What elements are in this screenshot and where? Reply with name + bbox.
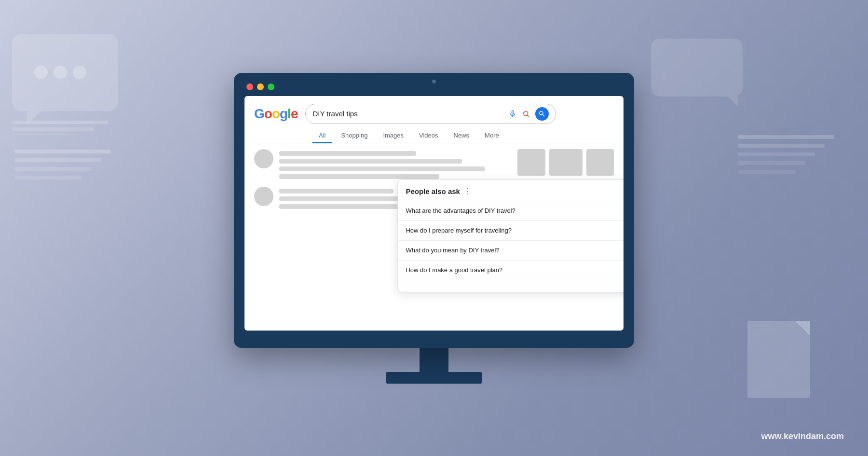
skeleton-line: [279, 189, 393, 193]
svg-rect-7: [12, 134, 80, 135]
chat-bubble-left-icon: [7, 29, 133, 135]
nav-tab-videos[interactable]: Videos: [412, 128, 445, 143]
paa-item-4[interactable]: How do I make a good travel plan? ⌄: [398, 260, 624, 280]
svg-point-1: [34, 66, 48, 79]
watermark: www.kevindam.com: [761, 431, 844, 442]
skeleton-result-1: [254, 149, 508, 179]
svg-rect-15: [738, 144, 825, 148]
paper-corner-icon: [747, 321, 820, 408]
nav-tab-images[interactable]: Images: [376, 128, 410, 143]
paa-question-2: How do I prepare myself for traveling?: [406, 227, 512, 234]
skeleton-lines-1: [279, 149, 508, 179]
google-logo: Google: [254, 106, 298, 122]
svg-marker-13: [728, 97, 738, 106]
monitor-wrapper: Google DIY travel tips: [234, 73, 634, 384]
svg-point-3: [73, 66, 86, 79]
skeleton-image-2: [549, 149, 583, 176]
svg-point-23: [524, 112, 526, 113]
search-button[interactable]: [535, 107, 549, 121]
nav-tab-more[interactable]: More: [478, 128, 506, 143]
nav-tab-shopping[interactable]: Shopping: [334, 128, 374, 143]
svg-rect-14: [738, 135, 834, 139]
svg-rect-18: [738, 170, 796, 174]
paa-question-4: How do I make a good travel plan?: [406, 266, 502, 274]
chat-bubble-right-icon: [651, 39, 747, 106]
lens-icon[interactable]: [522, 110, 530, 118]
monitor-camera: [432, 80, 436, 83]
svg-rect-19: [747, 321, 810, 398]
monitor-stand-neck: [420, 348, 448, 372]
paa-item-2[interactable]: How do I prepare myself for traveling? ⌄: [398, 221, 624, 240]
skeleton-line: [279, 151, 416, 156]
traffic-light-yellow[interactable]: [257, 83, 264, 90]
skeleton-line: [279, 174, 439, 179]
traffic-light-green[interactable]: [268, 83, 274, 90]
svg-rect-10: [14, 167, 92, 171]
svg-rect-16: [738, 152, 815, 156]
paa-header: People also ask ⋮: [398, 180, 624, 201]
skeleton-image-3: [586, 149, 614, 176]
monitor-top-bar: [244, 83, 624, 90]
paa-title: People also ask: [406, 187, 460, 195]
svg-rect-17: [738, 161, 805, 165]
monitor-screen: Google DIY travel tips: [244, 96, 624, 331]
microphone-icon[interactable]: [508, 110, 517, 118]
skeleton-line: [279, 204, 416, 209]
traffic-light-red[interactable]: [246, 83, 253, 90]
paa-item-3[interactable]: What do you mean by DIY travel? ⌄: [398, 240, 624, 260]
skeleton-avatar-1: [254, 149, 273, 168]
paa-options-icon[interactable]: ⋮: [464, 186, 472, 195]
paa-item-1[interactable]: What are the advantages of DIY travel? ⌄: [398, 201, 624, 221]
skeleton-avatar-2: [254, 187, 273, 206]
svg-point-2: [54, 66, 67, 79]
svg-rect-12: [651, 39, 743, 97]
skeleton-line: [279, 159, 462, 164]
search-bar[interactable]: DIY travel tips: [305, 104, 556, 124]
skeleton-image-1: [517, 149, 545, 176]
google-header: Google DIY travel tips: [244, 96, 624, 124]
svg-rect-8: [14, 150, 111, 153]
monitor-body: Google DIY travel tips: [234, 73, 634, 348]
paa-question-3: What do you mean by DIY travel?: [406, 247, 499, 254]
svg-rect-5: [12, 121, 108, 124]
paa-question-1: What are the advantages of DIY travel?: [406, 207, 515, 214]
skeleton-images-row-1: [517, 149, 614, 176]
svg-rect-9: [14, 158, 101, 162]
google-page: Google DIY travel tips: [244, 96, 624, 331]
svg-rect-6: [12, 127, 94, 131]
traffic-lights: [246, 83, 274, 90]
people-also-ask-box: People also ask ⋮ What are the advantage…: [397, 179, 624, 292]
monitor-stand-base: [386, 372, 482, 384]
google-nav: All Shopping Images Videos News More: [244, 124, 624, 143]
svg-rect-11: [14, 176, 82, 180]
nav-tab-news[interactable]: News: [447, 128, 476, 143]
nav-tab-all[interactable]: All: [312, 128, 332, 143]
search-icon-group: [508, 107, 549, 121]
lines-right-icon: [738, 135, 844, 212]
skeleton-line: [279, 166, 485, 171]
search-input[interactable]: DIY travel tips: [312, 110, 504, 118]
paa-feedback[interactable]: Feedback: [398, 280, 624, 291]
lines-left-icon: [14, 150, 121, 227]
